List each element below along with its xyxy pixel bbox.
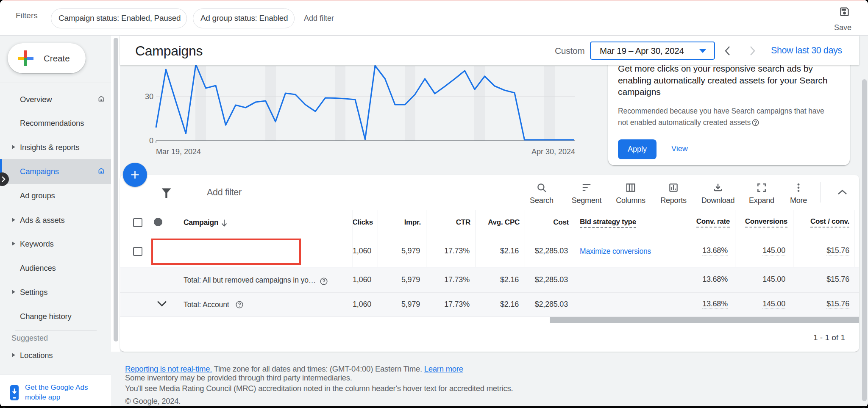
svg-text:0: 0 — [149, 136, 153, 145]
svg-text:Apr 30, 2024: Apr 30, 2024 — [531, 147, 575, 156]
svg-text:Mar 19, 2024: Mar 19, 2024 — [156, 147, 201, 156]
svg-text:30: 30 — [145, 92, 153, 101]
